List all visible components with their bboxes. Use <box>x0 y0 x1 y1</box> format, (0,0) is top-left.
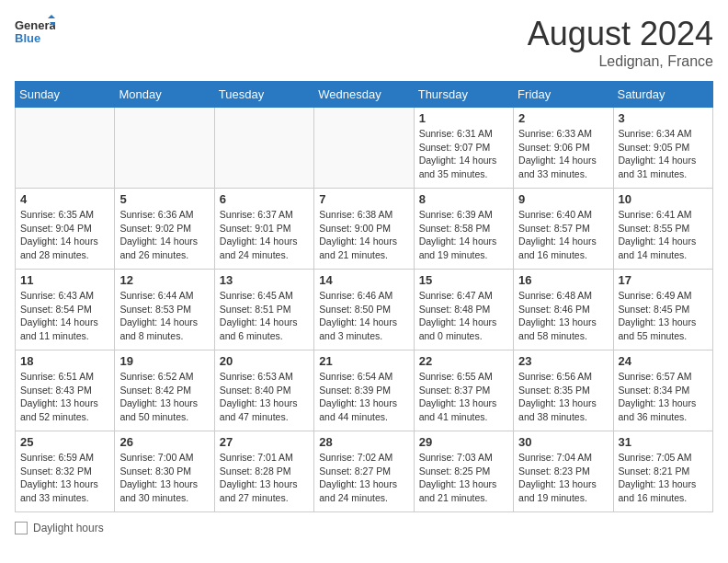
calendar-cell <box>214 108 313 189</box>
calendar-cell <box>115 108 214 189</box>
day-info: Sunrise: 6:38 AM Sunset: 9:00 PM Dayligh… <box>319 208 408 262</box>
calendar-cell: 25Sunrise: 6:59 AM Sunset: 8:32 PM Dayli… <box>16 431 115 512</box>
calendar-cell: 31Sunrise: 7:05 AM Sunset: 8:21 PM Dayli… <box>613 431 712 512</box>
calendar-cell: 28Sunrise: 7:02 AM Sunset: 8:27 PM Dayli… <box>314 431 414 512</box>
calendar-cell: 14Sunrise: 6:46 AM Sunset: 8:50 PM Dayli… <box>314 270 414 350</box>
calendar-cell: 5Sunrise: 6:36 AM Sunset: 9:02 PM Daylig… <box>115 189 214 270</box>
calendar-cell: 22Sunrise: 6:55 AM Sunset: 8:37 PM Dayli… <box>414 350 513 431</box>
weekday-header-sunday: Sunday <box>16 82 115 108</box>
weekday-header-thursday: Thursday <box>414 82 513 108</box>
day-info: Sunrise: 6:56 AM Sunset: 8:35 PM Dayligh… <box>518 370 608 424</box>
calendar-week-2: 4Sunrise: 6:35 AM Sunset: 9:04 PM Daylig… <box>16 189 713 270</box>
title-block: August 2024 Ledignan, France <box>528 15 713 70</box>
day-number: 21 <box>319 354 408 368</box>
day-info: Sunrise: 6:40 AM Sunset: 8:57 PM Dayligh… <box>518 208 608 262</box>
calendar-cell: 4Sunrise: 6:35 AM Sunset: 9:04 PM Daylig… <box>16 189 115 270</box>
svg-marker-2 <box>48 15 55 18</box>
day-info: Sunrise: 7:01 AM Sunset: 8:28 PM Dayligh… <box>220 451 309 505</box>
day-number: 25 <box>20 435 109 449</box>
day-number: 3 <box>619 111 708 125</box>
legend: Daylight hours <box>15 522 713 534</box>
day-info: Sunrise: 6:39 AM Sunset: 8:58 PM Dayligh… <box>419 208 508 262</box>
day-info: Sunrise: 6:55 AM Sunset: 8:37 PM Dayligh… <box>419 370 508 424</box>
month-year: August 2024 <box>528 15 713 53</box>
calendar-cell: 20Sunrise: 6:53 AM Sunset: 8:40 PM Dayli… <box>214 350 313 431</box>
day-number: 13 <box>220 273 309 287</box>
calendar-cell: 3Sunrise: 6:34 AM Sunset: 9:05 PM Daylig… <box>613 108 712 189</box>
day-info: Sunrise: 6:41 AM Sunset: 8:55 PM Dayligh… <box>619 208 708 262</box>
svg-text:Blue: Blue <box>15 31 40 45</box>
calendar-cell: 13Sunrise: 6:45 AM Sunset: 8:51 PM Dayli… <box>214 270 313 350</box>
calendar-cell: 29Sunrise: 7:03 AM Sunset: 8:25 PM Dayli… <box>414 431 513 512</box>
day-info: Sunrise: 7:05 AM Sunset: 8:21 PM Dayligh… <box>619 451 708 505</box>
day-number: 9 <box>518 192 608 206</box>
day-info: Sunrise: 6:48 AM Sunset: 8:46 PM Dayligh… <box>518 289 608 343</box>
day-info: Sunrise: 7:02 AM Sunset: 8:27 PM Dayligh… <box>319 451 408 505</box>
day-number: 29 <box>419 435 508 449</box>
day-number: 14 <box>319 273 408 287</box>
calendar-cell: 30Sunrise: 7:04 AM Sunset: 8:23 PM Dayli… <box>514 431 613 512</box>
day-number: 6 <box>220 192 309 206</box>
calendar-cell <box>314 108 414 189</box>
calendar-cell <box>16 108 115 189</box>
day-number: 8 <box>419 192 508 206</box>
day-info: Sunrise: 6:53 AM Sunset: 8:40 PM Dayligh… <box>220 370 309 424</box>
day-info: Sunrise: 6:35 AM Sunset: 9:04 PM Dayligh… <box>20 208 109 262</box>
calendar-cell: 16Sunrise: 6:48 AM Sunset: 8:46 PM Dayli… <box>514 270 613 350</box>
day-number: 16 <box>518 273 608 287</box>
day-number: 5 <box>119 192 209 206</box>
calendar-week-1: 1Sunrise: 6:31 AM Sunset: 9:07 PM Daylig… <box>16 108 713 189</box>
day-info: Sunrise: 6:51 AM Sunset: 8:43 PM Dayligh… <box>20 370 109 424</box>
weekday-header-friday: Friday <box>514 82 613 108</box>
legend-label: Daylight hours <box>33 522 104 534</box>
day-number: 26 <box>119 435 209 449</box>
day-number: 28 <box>319 435 408 449</box>
svg-text:General: General <box>15 18 55 32</box>
day-info: Sunrise: 6:37 AM Sunset: 9:01 PM Dayligh… <box>220 208 309 262</box>
day-info: Sunrise: 6:57 AM Sunset: 8:34 PM Dayligh… <box>619 370 708 424</box>
calendar-cell: 9Sunrise: 6:40 AM Sunset: 8:57 PM Daylig… <box>514 189 613 270</box>
day-number: 17 <box>619 273 708 287</box>
day-info: Sunrise: 6:34 AM Sunset: 9:05 PM Dayligh… <box>619 127 708 181</box>
page-header: General Blue August 2024 Ledignan, Franc… <box>15 15 713 70</box>
day-number: 23 <box>518 354 608 368</box>
day-info: Sunrise: 6:43 AM Sunset: 8:54 PM Dayligh… <box>20 289 109 343</box>
calendar-cell: 15Sunrise: 6:47 AM Sunset: 8:48 PM Dayli… <box>414 270 513 350</box>
calendar-cell: 10Sunrise: 6:41 AM Sunset: 8:55 PM Dayli… <box>613 189 712 270</box>
day-info: Sunrise: 7:04 AM Sunset: 8:23 PM Dayligh… <box>518 451 608 505</box>
day-info: Sunrise: 6:47 AM Sunset: 8:48 PM Dayligh… <box>419 289 508 343</box>
weekday-header-monday: Monday <box>115 82 214 108</box>
day-number: 22 <box>419 354 508 368</box>
day-number: 30 <box>518 435 608 449</box>
day-info: Sunrise: 6:49 AM Sunset: 8:45 PM Dayligh… <box>619 289 708 343</box>
calendar-week-5: 25Sunrise: 6:59 AM Sunset: 8:32 PM Dayli… <box>16 431 713 512</box>
day-number: 1 <box>419 111 508 125</box>
logo: General Blue <box>15 15 55 55</box>
day-number: 27 <box>220 435 309 449</box>
day-info: Sunrise: 7:03 AM Sunset: 8:25 PM Dayligh… <box>419 451 508 505</box>
calendar-cell: 23Sunrise: 6:56 AM Sunset: 8:35 PM Dayli… <box>514 350 613 431</box>
day-info: Sunrise: 6:31 AM Sunset: 9:07 PM Dayligh… <box>419 127 508 181</box>
day-number: 12 <box>119 273 209 287</box>
calendar-cell: 1Sunrise: 6:31 AM Sunset: 9:07 PM Daylig… <box>414 108 513 189</box>
calendar-cell: 11Sunrise: 6:43 AM Sunset: 8:54 PM Dayli… <box>16 270 115 350</box>
calendar-week-3: 11Sunrise: 6:43 AM Sunset: 8:54 PM Dayli… <box>16 270 713 350</box>
day-number: 11 <box>20 273 109 287</box>
day-number: 2 <box>518 111 608 125</box>
calendar-cell: 21Sunrise: 6:54 AM Sunset: 8:39 PM Dayli… <box>314 350 414 431</box>
day-number: 19 <box>119 354 209 368</box>
calendar-cell: 19Sunrise: 6:52 AM Sunset: 8:42 PM Dayli… <box>115 350 214 431</box>
weekday-header-saturday: Saturday <box>613 82 712 108</box>
weekday-header-tuesday: Tuesday <box>214 82 313 108</box>
calendar-cell: 27Sunrise: 7:01 AM Sunset: 8:28 PM Dayli… <box>214 431 313 512</box>
day-info: Sunrise: 6:45 AM Sunset: 8:51 PM Dayligh… <box>220 289 309 343</box>
calendar-week-4: 18Sunrise: 6:51 AM Sunset: 8:43 PM Dayli… <box>16 350 713 431</box>
calendar-cell: 26Sunrise: 7:00 AM Sunset: 8:30 PM Dayli… <box>115 431 214 512</box>
day-number: 18 <box>20 354 109 368</box>
calendar-cell: 18Sunrise: 6:51 AM Sunset: 8:43 PM Dayli… <box>16 350 115 431</box>
logo-svg: General Blue <box>15 15 55 55</box>
calendar-cell: 7Sunrise: 6:38 AM Sunset: 9:00 PM Daylig… <box>314 189 414 270</box>
day-number: 10 <box>619 192 708 206</box>
day-number: 24 <box>619 354 708 368</box>
calendar-header-row: SundayMondayTuesdayWednesdayThursdayFrid… <box>16 82 713 108</box>
